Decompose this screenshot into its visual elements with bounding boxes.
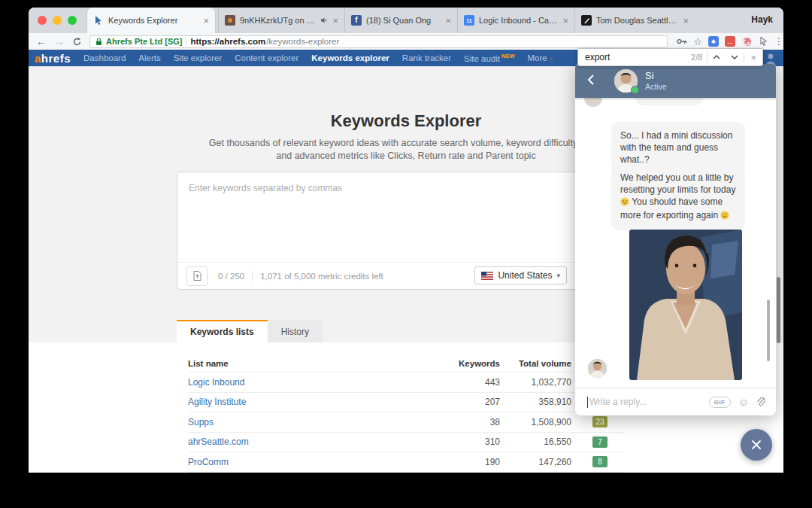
column-header-list-name[interactable]: List name	[188, 359, 455, 368]
ahrefs-logo[interactable]: ahrefs	[35, 53, 71, 64]
chat-header: Si Active	[575, 64, 776, 98]
chat-contact-status: Active	[645, 82, 667, 91]
kd-cell: 23	[571, 416, 624, 427]
tab-facebook[interactable]: f (18) Si Quan Ong ×	[344, 8, 457, 33]
black-site-icon	[581, 15, 592, 26]
bookmark-star-icon[interactable]: ☆	[693, 37, 702, 47]
key-icon[interactable]	[677, 38, 687, 45]
tab-youtube[interactable]: 9nKHKzrkUTg on youtube ×	[218, 8, 344, 33]
chat-launcher-close-button[interactable]	[741, 429, 772, 461]
divider	[252, 271, 253, 281]
search-footer: 0 / 250 1,071 of 5,000 metric credits le…	[177, 262, 635, 289]
online-status-dot	[631, 86, 639, 94]
tab-tom-douglas[interactable]: Tom Douglas Seattle Kitchen ×	[574, 8, 695, 33]
nav-content-explorer[interactable]: Content explorer	[235, 53, 298, 62]
extension-icon-pointer[interactable]	[758, 36, 768, 47]
attachment-paperclip-icon[interactable]	[756, 397, 765, 407]
new-badge: NEW	[501, 53, 515, 59]
chevron-down-icon: ▾	[550, 55, 553, 62]
column-header-total-volume[interactable]: Total volume	[500, 359, 571, 368]
close-icon	[751, 440, 762, 450]
list-link[interactable]: Logic Inbound	[188, 377, 244, 388]
screen: Keywords Explorer × 9nKHKzrkUTg on youtu…	[0, 0, 812, 508]
chat-contact-name: Si	[645, 70, 654, 81]
nav-more[interactable]: More ▾	[527, 53, 553, 62]
page-scrollbar[interactable]	[777, 277, 780, 343]
tab-calendar[interactable]: 11 Logic Inbound - Calendar - W ×	[457, 8, 574, 33]
keywords-count: 443	[455, 377, 500, 388]
chat-conversation[interactable]: So... I had a mini discussion with the t…	[575, 98, 776, 388]
text-cursor	[587, 397, 588, 408]
country-select[interactable]: United States ▾	[474, 266, 567, 284]
kd-cell: 7	[571, 437, 624, 448]
find-next-button[interactable]	[726, 55, 744, 59]
list-link[interactable]: Supps	[188, 417, 214, 427]
tab-history[interactable]: History	[268, 320, 323, 342]
window-zoom-button[interactable]	[68, 16, 77, 25]
browser-profile-name[interactable]: Hayk	[751, 14, 773, 25]
smiling-emoji	[620, 197, 629, 209]
gif-message-image[interactable]	[629, 230, 742, 380]
find-query-input[interactable]: export	[585, 52, 691, 62]
extension-icon-pink[interactable]	[741, 36, 752, 47]
window-close-button[interactable]	[38, 16, 47, 25]
keywords-input-box[interactable]: Enter keywords separated by commas 0 / 2…	[177, 172, 635, 290]
list-link[interactable]: ahrSeattle.com	[188, 437, 249, 447]
window-minimize-button[interactable]	[53, 16, 62, 25]
security-label[interactable]: Ahrefs Pte Ltd [SG]	[106, 37, 182, 46]
keywords-count: 310	[455, 437, 500, 447]
upload-file-button[interactable]	[186, 266, 208, 286]
list-link[interactable]: ProComm	[188, 457, 229, 467]
youtube-video-icon	[225, 15, 235, 26]
nav-alerts[interactable]: Alerts	[138, 53, 160, 62]
extension-icon-red[interactable]: …	[725, 36, 735, 47]
intercom-chat-widget: So... I had a mini discussion with the t…	[575, 64, 776, 415]
reload-button[interactable]	[72, 37, 82, 47]
nav-site-audit[interactable]: Site auditNEW	[464, 53, 514, 63]
gif-button[interactable]: GIF	[709, 397, 731, 408]
divider	[186, 37, 186, 46]
chat-scrollbar[interactable]	[767, 300, 770, 361]
find-previous-button[interactable]	[707, 55, 726, 59]
total-volume: 1,508,900	[500, 417, 571, 427]
nav-rank-tracker[interactable]: Rank tracker	[402, 53, 451, 62]
us-flag-icon	[481, 272, 493, 280]
table-row: Logic Inbound 443 1,032,770	[188, 372, 624, 392]
nav-keywords-explorer[interactable]: Keywords explorer	[311, 53, 389, 62]
list-link[interactable]: Agility Institute	[188, 397, 246, 407]
column-header-keywords[interactable]: Keywords	[455, 359, 500, 368]
tab-keywords-explorer[interactable]: Keywords Explorer ×	[87, 8, 215, 33]
table-row: ProComm 190 147,260 8	[188, 452, 624, 473]
lists-tabs: Keywords lists History	[177, 320, 323, 342]
chat-back-icon[interactable]	[587, 75, 594, 88]
total-volume: 16,550	[500, 437, 571, 447]
find-close-icon[interactable]: ×	[744, 52, 762, 63]
tab-title: Logic Inbound - Calendar - W	[479, 16, 558, 25]
keywords-input-placeholder: Enter keywords separated by commas	[189, 183, 342, 193]
kd-badge: 23	[592, 416, 607, 427]
emoji-picker-icon[interactable]: ☺	[738, 397, 749, 407]
chrome-menu-icon[interactable]: ⋮	[774, 37, 783, 46]
tab-close-icon[interactable]: ×	[445, 16, 451, 26]
reply-input-placeholder[interactable]: Write a reply...	[589, 397, 709, 407]
tab-audio-icon[interactable]	[320, 17, 328, 24]
url-host: https://ahrefs.com	[190, 37, 265, 46]
nav-dashboard[interactable]: Dashboard	[83, 53, 126, 62]
chevron-down-icon: ▾	[556, 272, 560, 279]
table-header-row: List name Keywords Total volume	[188, 355, 624, 372]
tab-close-icon[interactable]: ×	[562, 16, 568, 26]
tab-close-icon[interactable]: ×	[683, 16, 689, 26]
tab-keywords-lists[interactable]: Keywords lists	[177, 320, 268, 342]
facebook-icon: f	[351, 15, 362, 26]
tab-close-icon[interactable]: ×	[203, 16, 209, 26]
back-button[interactable]: ←	[36, 36, 47, 47]
browser-toolbar: ← → Ahrefs Pte Ltd [SG] https://ahrefs.c…	[29, 33, 783, 50]
tab-title: 9nKHKzrkUTg on youtube	[240, 16, 316, 25]
forward-button[interactable]: →	[54, 36, 65, 47]
address-bar[interactable]: Ahrefs Pte Ltd [SG] https://ahrefs.com /…	[89, 35, 668, 48]
chat-reply-bar[interactable]: Write a reply... GIF ☺	[575, 388, 776, 415]
tab-close-icon[interactable]: ×	[332, 16, 338, 26]
find-in-page-bar[interactable]: export 2/8 ×	[577, 48, 763, 66]
extension-icon-blue[interactable]	[708, 36, 719, 47]
nav-site-explorer[interactable]: Site explorer	[174, 53, 223, 62]
